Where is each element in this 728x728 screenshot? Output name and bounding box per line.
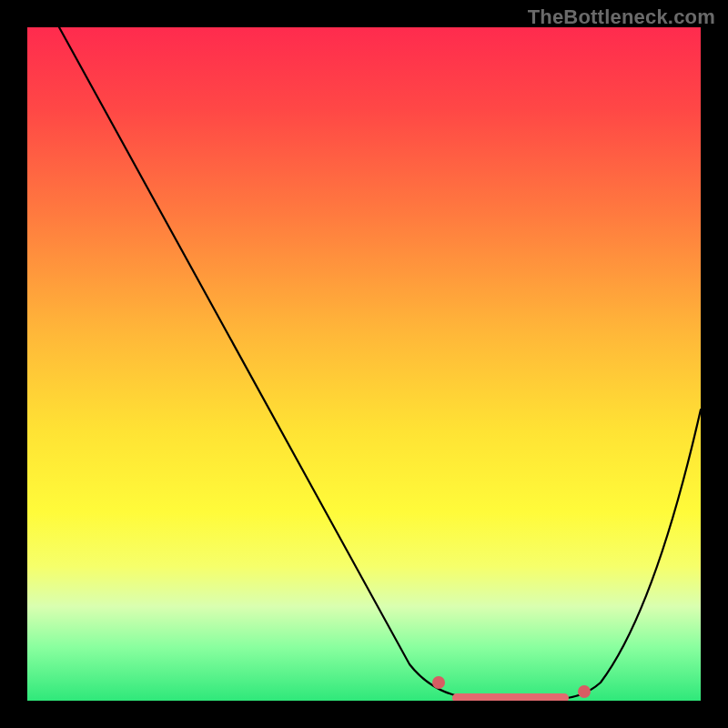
chart-frame: TheBottleneck.com <box>0 0 728 728</box>
plot-svg <box>27 27 701 701</box>
optimal-range-dot-right <box>578 685 591 698</box>
bottleneck-curve <box>59 27 701 699</box>
plot-area <box>27 27 701 701</box>
optimal-range-dot-left <box>432 676 445 689</box>
watermark-text: TheBottleneck.com <box>528 5 715 29</box>
